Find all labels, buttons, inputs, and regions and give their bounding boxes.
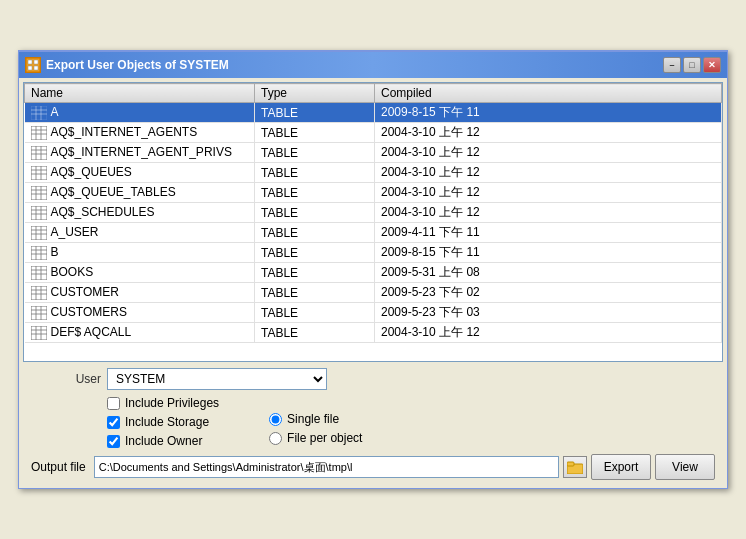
table-row[interactable]: AQ$_INTERNET_AGENTSTABLE2004-3-10 上午 12: [25, 123, 722, 143]
title-bar-left: Export User Objects of SYSTEM: [25, 57, 229, 73]
cell-type: TABLE: [255, 263, 375, 283]
column-header-type[interactable]: Type: [255, 84, 375, 103]
column-header-compiled[interactable]: Compiled: [375, 84, 722, 103]
include-owner-label: Include Owner: [125, 434, 202, 448]
cell-name: B: [51, 245, 59, 259]
table-header-row: Name Type Compiled: [25, 84, 722, 103]
svg-rect-40: [31, 246, 47, 260]
file-per-object-radio[interactable]: [269, 432, 282, 445]
table-row[interactable]: AQ$_QUEUE_TABLESTABLE2004-3-10 上午 12: [25, 183, 722, 203]
cell-compiled: 2009-5-23 下午 03: [375, 303, 722, 323]
cell-type: TABLE: [255, 243, 375, 263]
cell-name: AQ$_INTERNET_AGENTS: [51, 125, 198, 139]
window-icon: [25, 57, 41, 73]
table-grid-icon: [31, 326, 47, 340]
output-file-input[interactable]: [94, 456, 559, 478]
main-window: Export User Objects of SYSTEM – □ ✕ Name…: [18, 50, 728, 489]
form-area: User SYSTEMSYSDBSNMPOUTLN Include Privil…: [23, 362, 723, 484]
svg-rect-50: [31, 286, 47, 300]
cell-compiled: 2009-5-31 上午 08: [375, 263, 722, 283]
include-privileges-checkbox[interactable]: [107, 397, 120, 410]
table-row[interactable]: ATABLE2009-8-15 下午 11: [25, 103, 722, 123]
svg-rect-60: [31, 326, 47, 340]
cell-name: AQ$_QUEUES: [51, 165, 132, 179]
include-privileges-item: Include Privileges: [107, 396, 219, 410]
table-grid-icon: [31, 186, 47, 200]
cell-compiled: 2004-3-10 上午 12: [375, 143, 722, 163]
svg-rect-3: [28, 66, 32, 70]
column-header-name[interactable]: Name: [25, 84, 255, 103]
single-file-label: Single file: [287, 412, 339, 426]
cell-type: TABLE: [255, 323, 375, 343]
output-file-row: Output file Export View: [31, 454, 715, 480]
browse-button[interactable]: [563, 456, 587, 478]
table-row[interactable]: AQ$_SCHEDULESTABLE2004-3-10 上午 12: [25, 203, 722, 223]
svg-rect-4: [34, 66, 38, 70]
window-title: Export User Objects of SYSTEM: [46, 58, 229, 72]
cell-type: TABLE: [255, 163, 375, 183]
cell-type: TABLE: [255, 143, 375, 163]
svg-rect-10: [31, 126, 47, 140]
table-row[interactable]: DEF$ AQCALLTABLE2004-3-10 上午 12: [25, 323, 722, 343]
table-row[interactable]: BOOKSTABLE2009-5-31 上午 08: [25, 263, 722, 283]
folder-icon: [567, 460, 583, 474]
close-button[interactable]: ✕: [703, 57, 721, 73]
cell-name: A: [51, 105, 59, 119]
export-button[interactable]: Export: [591, 454, 651, 480]
table-grid-icon: [31, 106, 47, 120]
restore-button[interactable]: □: [683, 57, 701, 73]
objects-table: Name Type Compiled ATABLE2009-: [24, 83, 722, 343]
cell-compiled: 2009-8-15 下午 11: [375, 103, 722, 123]
output-file-label: Output file: [31, 460, 86, 474]
svg-rect-15: [31, 146, 47, 160]
window-content: Name Type Compiled ATABLE2009-: [19, 78, 727, 488]
include-storage-label: Include Storage: [125, 415, 209, 429]
cell-compiled: 2004-3-10 上午 12: [375, 183, 722, 203]
svg-rect-55: [31, 306, 47, 320]
table-row[interactable]: AQ$_INTERNET_AGENT_PRIVSTABLE2004-3-10 上…: [25, 143, 722, 163]
include-owner-item: Include Owner: [107, 434, 219, 448]
include-storage-checkbox[interactable]: [107, 416, 120, 429]
single-file-item: Single file: [269, 412, 362, 426]
cell-type: TABLE: [255, 303, 375, 323]
cell-name: AQ$_INTERNET_AGENT_PRIVS: [51, 145, 232, 159]
cell-type: TABLE: [255, 183, 375, 203]
svg-rect-25: [31, 186, 47, 200]
cell-compiled: 2009-8-15 下午 11: [375, 243, 722, 263]
checkbox-column: Include Privileges Include Storage Inclu…: [107, 396, 219, 448]
svg-rect-45: [31, 266, 47, 280]
user-select[interactable]: SYSTEMSYSDBSNMPOUTLN: [107, 368, 327, 390]
options-row: Include Privileges Include Storage Inclu…: [107, 396, 715, 448]
cell-name: AQ$_QUEUE_TABLES: [51, 185, 176, 199]
cell-type: TABLE: [255, 203, 375, 223]
objects-table-container[interactable]: Name Type Compiled ATABLE2009-: [23, 82, 723, 362]
title-bar: Export User Objects of SYSTEM – □ ✕: [19, 52, 727, 78]
table-grid-icon: [31, 206, 47, 220]
table-row[interactable]: A_USERTABLE2009-4-11 下午 11: [25, 223, 722, 243]
table-grid-icon: [31, 306, 47, 320]
minimize-button[interactable]: –: [663, 57, 681, 73]
cell-compiled: 2004-3-10 上午 12: [375, 123, 722, 143]
svg-rect-35: [31, 226, 47, 240]
cell-name: CUSTOMERS: [51, 305, 127, 319]
cell-compiled: 2004-3-10 上午 12: [375, 163, 722, 183]
cell-type: TABLE: [255, 223, 375, 243]
table-grid-icon: [31, 166, 47, 180]
cell-name: AQ$_SCHEDULES: [51, 205, 155, 219]
user-label: User: [31, 372, 101, 386]
svg-rect-2: [34, 60, 38, 64]
cell-type: TABLE: [255, 283, 375, 303]
include-owner-checkbox[interactable]: [107, 435, 120, 448]
table-grid-icon: [31, 146, 47, 160]
cell-name: DEF$ AQCALL: [51, 325, 132, 339]
table-row[interactable]: BTABLE2009-8-15 下午 11: [25, 243, 722, 263]
include-storage-item: Include Storage: [107, 415, 219, 429]
table-row[interactable]: AQ$_QUEUESTABLE2004-3-10 上午 12: [25, 163, 722, 183]
view-button[interactable]: View: [655, 454, 715, 480]
table-grid-icon: [31, 246, 47, 260]
single-file-radio[interactable]: [269, 413, 282, 426]
table-row[interactable]: CUSTOMERTABLE2009-5-23 下午 02: [25, 283, 722, 303]
table-row[interactable]: CUSTOMERSTABLE2009-5-23 下午 03: [25, 303, 722, 323]
table-grid-icon: [31, 126, 47, 140]
cell-name: BOOKS: [51, 265, 94, 279]
